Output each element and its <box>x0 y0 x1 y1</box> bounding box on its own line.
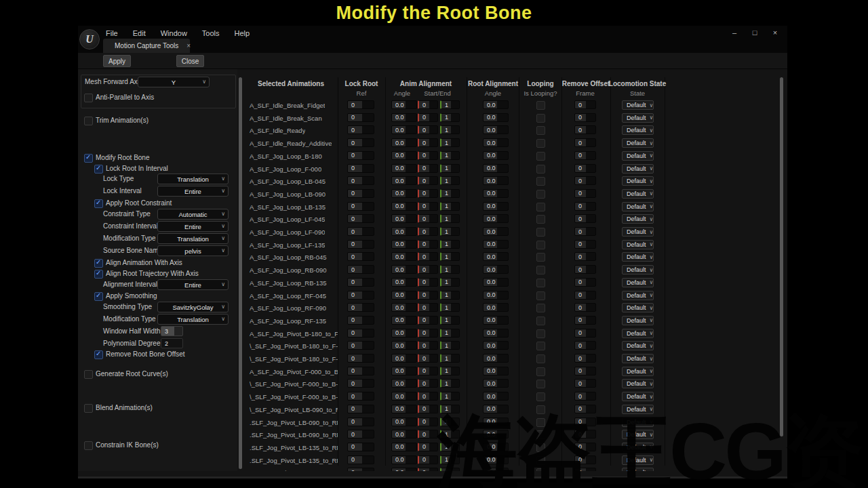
anim-alignment-end-input[interactable]: 1 <box>440 125 460 134</box>
anim-alignment-angle-input[interactable]: 0.0 <box>391 113 417 122</box>
checkbox-apply-smoothing[interactable] <box>94 292 103 301</box>
anim-alignment-angle-input[interactable]: 0.0 <box>391 354 417 363</box>
anim-alignment-start-input[interactable]: 0 <box>418 113 438 122</box>
anim-alignment-angle-input[interactable]: 0.0 <box>391 202 417 211</box>
anim-alignment-start-input[interactable]: 0 <box>418 329 438 338</box>
locomotion-state-dropdown[interactable]: Default∨ <box>622 214 654 224</box>
close-button[interactable]: Close <box>176 55 204 67</box>
lock-root-ref-input[interactable]: 0 <box>347 443 374 451</box>
remove-offset-frame-input[interactable]: 0 <box>574 379 596 388</box>
anim-alignment-angle-input[interactable]: 0.0 <box>391 443 417 451</box>
lock-root-ref-input[interactable]: 0 <box>347 430 374 439</box>
close-window-button[interactable]: × <box>770 28 781 37</box>
locomotion-state-dropdown[interactable]: Default∨ <box>622 252 654 262</box>
anim-alignment-start-input[interactable]: 0 <box>418 227 438 236</box>
anim-alignment-end-input[interactable]: 1 <box>440 240 460 249</box>
anim-alignment-end-input[interactable]: 1 <box>440 367 460 375</box>
dropdown-alignment-interval[interactable]: Entire∨ <box>157 279 229 290</box>
locomotion-state-dropdown[interactable]: Default∨ <box>622 265 654 274</box>
anim-alignment-angle-input[interactable]: 0.0 <box>391 125 417 134</box>
lock-root-ref-input[interactable]: 0 <box>347 278 374 287</box>
remove-offset-frame-input[interactable]: 0 <box>574 316 596 325</box>
anim-alignment-angle-input[interactable]: 0.0 <box>391 316 417 325</box>
root-alignment-angle-input[interactable]: 0.0 <box>483 354 509 363</box>
anim-alignment-start-input[interactable]: 0 <box>418 138 438 147</box>
dropdown-constraint-type[interactable]: Automatic∨ <box>157 209 229 220</box>
anim-alignment-angle-input[interactable]: 0.0 <box>391 418 417 426</box>
dropdown-modification-type[interactable]: Translation∨ <box>157 233 229 244</box>
locomotion-state-dropdown[interactable]: Default∨ <box>622 202 654 211</box>
menu-item-help[interactable]: Help <box>233 28 252 39</box>
dropdown-mesh-forward-axis[interactable]: Y∨ <box>138 77 210 87</box>
anim-alignment-end-input[interactable]: 1 <box>440 303 460 312</box>
is-looping-checkbox[interactable] <box>536 215 545 224</box>
lock-root-ref-input[interactable]: 0 <box>347 468 374 471</box>
table-scrollbar[interactable] <box>780 77 783 436</box>
anim-alignment-end-input[interactable]: 1 <box>440 151 460 160</box>
locomotion-state-dropdown[interactable]: Default∨ <box>622 138 654 148</box>
anim-alignment-start-input[interactable]: 0 <box>418 291 438 300</box>
checkbox-lock-root-in-interval[interactable] <box>94 165 103 174</box>
locomotion-state-dropdown[interactable]: Default∨ <box>622 176 654 186</box>
root-alignment-angle-input[interactable]: 0.0 <box>483 329 509 338</box>
anim-alignment-start-input[interactable]: 0 <box>418 341 438 350</box>
root-alignment-angle-input[interactable]: 0.0 <box>483 164 509 173</box>
anim-alignment-start-input[interactable]: 0 <box>418 240 438 249</box>
lock-root-ref-input[interactable]: 0 <box>347 100 374 109</box>
anim-alignment-angle-input[interactable]: 0.0 <box>391 468 417 471</box>
locomotion-state-dropdown[interactable]: Default∨ <box>622 354 654 363</box>
lock-root-ref-input[interactable]: 0 <box>347 151 374 160</box>
is-looping-checkbox[interactable] <box>536 279 545 287</box>
lock-root-ref-input[interactable]: 0 <box>347 252 374 261</box>
anim-alignment-end-input[interactable]: 1 <box>440 379 460 388</box>
lock-root-ref-input[interactable]: 0 <box>347 316 374 325</box>
anim-alignment-start-input[interactable]: 0 <box>418 189 438 198</box>
remove-offset-frame-input[interactable]: 0 <box>574 214 596 223</box>
remove-offset-frame-input[interactable]: 0 <box>574 252 596 261</box>
anim-alignment-end-input[interactable]: 1 <box>440 176 460 185</box>
dropdown-lock-type[interactable]: Translation∨ <box>157 174 229 184</box>
locomotion-state-dropdown[interactable]: Default∨ <box>622 367 654 376</box>
spinbox-window-half-width[interactable]: 3 <box>161 326 183 336</box>
dropdown-modification-type[interactable]: Translation∨ <box>157 314 229 325</box>
lock-root-ref-input[interactable]: 0 <box>347 379 374 388</box>
is-looping-checkbox[interactable] <box>536 101 545 110</box>
checkbox-constrain-ik-bone-s-[interactable] <box>84 441 93 450</box>
lock-root-ref-input[interactable]: 0 <box>347 202 374 211</box>
lock-root-ref-input[interactable]: 0 <box>347 164 374 173</box>
anim-alignment-end-input[interactable]: 1 <box>440 164 460 173</box>
is-looping-checkbox[interactable] <box>536 329 545 338</box>
anim-alignment-angle-input[interactable]: 0.0 <box>391 341 417 350</box>
root-alignment-angle-input[interactable]: 0.0 <box>483 316 509 325</box>
spinbox-polynomial-degree[interactable]: 2 <box>161 338 183 348</box>
anim-alignment-start-input[interactable]: 0 <box>418 379 438 388</box>
lock-root-ref-input[interactable]: 0 <box>347 455 374 464</box>
anim-alignment-angle-input[interactable]: 0.0 <box>391 240 417 249</box>
anim-alignment-start-input[interactable]: 0 <box>418 125 438 134</box>
is-looping-checkbox[interactable] <box>536 266 545 274</box>
anim-alignment-start-input[interactable]: 0 <box>418 430 438 439</box>
root-alignment-angle-input[interactable]: 0.0 <box>483 291 509 300</box>
root-alignment-angle-input[interactable]: 0.0 <box>483 176 509 185</box>
remove-offset-frame-input[interactable]: 0 <box>574 303 596 312</box>
maximize-button[interactable]: □ <box>749 28 760 37</box>
remove-offset-frame-input[interactable]: 0 <box>574 227 596 236</box>
remove-offset-frame-input[interactable]: 0 <box>574 354 596 363</box>
tab-close-icon[interactable]: × <box>186 42 191 49</box>
is-looping-checkbox[interactable] <box>536 139 545 148</box>
lock-root-ref-input[interactable]: 0 <box>347 405 374 413</box>
locomotion-state-dropdown[interactable]: Default∨ <box>622 278 654 287</box>
root-alignment-angle-input[interactable]: 0.0 <box>483 379 509 388</box>
remove-offset-frame-input[interactable]: 0 <box>574 329 596 338</box>
anim-alignment-start-input[interactable]: 0 <box>418 316 438 325</box>
is-looping-checkbox[interactable] <box>536 317 545 325</box>
checkbox-remove-root-bone-offset[interactable] <box>94 350 103 359</box>
locomotion-state-dropdown[interactable]: Default∨ <box>622 303 654 312</box>
is-looping-checkbox[interactable] <box>536 203 545 211</box>
anim-alignment-start-input[interactable]: 0 <box>418 455 438 464</box>
anim-alignment-angle-input[interactable]: 0.0 <box>391 176 417 185</box>
root-alignment-angle-input[interactable]: 0.0 <box>483 240 509 249</box>
anim-alignment-end-input[interactable]: 1 <box>440 113 460 122</box>
menu-item-tools[interactable]: Tools <box>200 28 222 39</box>
is-looping-checkbox[interactable] <box>536 114 545 123</box>
